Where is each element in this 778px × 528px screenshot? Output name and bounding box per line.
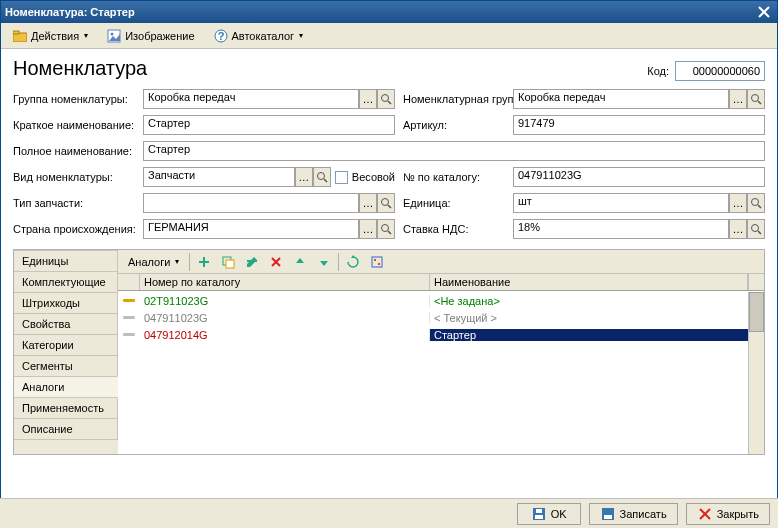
country-input[interactable]: ГЕРМАНИЯ bbox=[143, 219, 359, 239]
table-row[interactable]: 02T911023G<Не задана> bbox=[118, 292, 748, 309]
parttype-search-icon[interactable] bbox=[377, 193, 395, 213]
close-label: Закрыть bbox=[717, 508, 759, 520]
add-row-icon[interactable] bbox=[194, 252, 214, 272]
refresh-icon[interactable] bbox=[343, 252, 363, 272]
row-name: < Текущий > bbox=[430, 312, 748, 324]
delete-row-icon[interactable] bbox=[266, 252, 286, 272]
caret-down-icon: ▾ bbox=[84, 31, 88, 40]
tab-4[interactable]: Категории bbox=[14, 334, 118, 356]
svg-line-15 bbox=[758, 205, 761, 208]
svg-rect-23 bbox=[226, 260, 234, 268]
tab-2[interactable]: Штрихкоды bbox=[14, 292, 118, 314]
save-label: Записать bbox=[620, 508, 667, 520]
tab-5[interactable]: Сегменты bbox=[14, 355, 118, 377]
svg-point-10 bbox=[317, 173, 324, 180]
weight-checkbox[interactable]: Весовой bbox=[335, 167, 395, 187]
country-ellipsis[interactable]: … bbox=[359, 219, 377, 239]
tab-7[interactable]: Применяемость bbox=[14, 397, 118, 419]
grid-rows: 02T911023G<Не задана>047911023G< Текущий… bbox=[118, 292, 748, 454]
group-ellipsis[interactable]: … bbox=[359, 89, 377, 109]
row-status-icon bbox=[118, 333, 140, 336]
tab-0[interactable]: Единицы bbox=[14, 250, 118, 272]
type-label: Вид номенклатуры: bbox=[13, 171, 143, 183]
grid-header-catalog[interactable]: Номер по каталогу bbox=[140, 274, 430, 290]
type-ellipsis[interactable]: … bbox=[295, 167, 313, 187]
close-button[interactable]: Закрыть bbox=[686, 503, 770, 525]
svg-point-14 bbox=[752, 199, 759, 206]
weight-label: Весовой bbox=[352, 171, 395, 183]
checkbox-icon bbox=[335, 171, 348, 184]
image-button[interactable]: Изображение bbox=[99, 25, 201, 47]
actions-menu[interactable]: Действия▾ bbox=[5, 25, 95, 47]
svg-rect-30 bbox=[536, 509, 542, 513]
type-search-icon[interactable] bbox=[313, 167, 331, 187]
table-row[interactable]: 047912014GСтартер bbox=[118, 326, 748, 343]
short-input[interactable]: Стартер bbox=[143, 115, 395, 135]
copy-row-icon[interactable] bbox=[218, 252, 238, 272]
svg-point-12 bbox=[382, 199, 389, 206]
analogs-menu[interactable]: Аналоги▾ bbox=[122, 254, 185, 270]
scrollbar-thumb[interactable] bbox=[749, 292, 764, 332]
edit-row-icon[interactable] bbox=[242, 252, 262, 272]
svg-rect-1 bbox=[13, 31, 19, 34]
tab-6[interactable]: Аналоги bbox=[14, 376, 118, 398]
tab-3[interactable]: Свойства bbox=[14, 313, 118, 335]
save-icon bbox=[531, 506, 547, 522]
svg-point-8 bbox=[752, 95, 759, 102]
grid-header-scroll bbox=[748, 274, 764, 290]
row-name: <Не задана> bbox=[430, 295, 748, 307]
ok-label: OK bbox=[551, 508, 567, 520]
nomgroup-input[interactable]: Коробка передач bbox=[513, 89, 729, 109]
table-row[interactable]: 047911023G< Текущий > bbox=[118, 309, 748, 326]
side-tabs: ЕдиницыКомплектующиеШтрихкодыСвойстваКат… bbox=[14, 250, 118, 454]
unit-search-icon[interactable] bbox=[747, 193, 765, 213]
country-search-icon[interactable] bbox=[377, 219, 395, 239]
svg-rect-29 bbox=[535, 515, 543, 519]
autocatalog-menu[interactable]: ? Автокаталог▾ bbox=[206, 25, 311, 47]
art-input[interactable]: 917479 bbox=[513, 115, 765, 135]
help-icon: ? bbox=[213, 28, 229, 44]
vat-input[interactable]: 18% bbox=[513, 219, 729, 239]
settings-icon[interactable] bbox=[367, 252, 387, 272]
parttype-ellipsis[interactable]: … bbox=[359, 193, 377, 213]
svg-line-17 bbox=[388, 231, 391, 234]
move-up-icon[interactable] bbox=[290, 252, 310, 272]
catnum-input[interactable]: 047911023G bbox=[513, 167, 765, 187]
unit-input[interactable]: шт bbox=[513, 193, 729, 213]
move-down-icon[interactable] bbox=[314, 252, 334, 272]
caret-down-icon: ▾ bbox=[175, 257, 179, 266]
vertical-scrollbar[interactable] bbox=[748, 292, 764, 454]
svg-point-3 bbox=[111, 32, 114, 35]
tab-8[interactable]: Описание bbox=[14, 418, 118, 440]
svg-line-13 bbox=[388, 205, 391, 208]
folder-icon bbox=[12, 28, 28, 44]
caret-down-icon: ▾ bbox=[299, 31, 303, 40]
grid-header-name[interactable]: Наименование bbox=[430, 274, 748, 290]
vat-ellipsis[interactable]: … bbox=[729, 219, 747, 239]
unit-ellipsis[interactable]: … bbox=[729, 193, 747, 213]
kod-input[interactable] bbox=[675, 61, 765, 81]
type-input[interactable]: Запчасти bbox=[143, 167, 295, 187]
nomgroup-ellipsis[interactable]: … bbox=[729, 89, 747, 109]
analogs-label: Аналоги bbox=[128, 256, 170, 268]
svg-point-18 bbox=[752, 225, 759, 232]
page-title: Номенклатура bbox=[13, 57, 647, 80]
close-icon[interactable] bbox=[755, 4, 773, 20]
nomgroup-search-icon[interactable] bbox=[747, 89, 765, 109]
svg-rect-32 bbox=[604, 515, 612, 519]
country-label: Страна происхождения: bbox=[13, 223, 143, 235]
ok-button[interactable]: OK bbox=[517, 503, 581, 525]
parttype-input[interactable] bbox=[143, 193, 359, 213]
group-input[interactable]: Коробка передач bbox=[143, 89, 359, 109]
full-input[interactable]: Стартер bbox=[143, 141, 765, 161]
svg-line-7 bbox=[388, 101, 391, 104]
disk-icon bbox=[600, 506, 616, 522]
tab-1[interactable]: Комплектующие bbox=[14, 271, 118, 293]
group-label: Группа номенклатуры: bbox=[13, 93, 143, 105]
vat-search-icon[interactable] bbox=[747, 219, 765, 239]
group-search-icon[interactable] bbox=[377, 89, 395, 109]
row-catalog: 047911023G bbox=[140, 312, 430, 324]
save-button[interactable]: Записать bbox=[589, 503, 678, 525]
kod-label: Код: bbox=[647, 65, 669, 77]
autocatalog-label: Автокаталог bbox=[232, 30, 295, 42]
